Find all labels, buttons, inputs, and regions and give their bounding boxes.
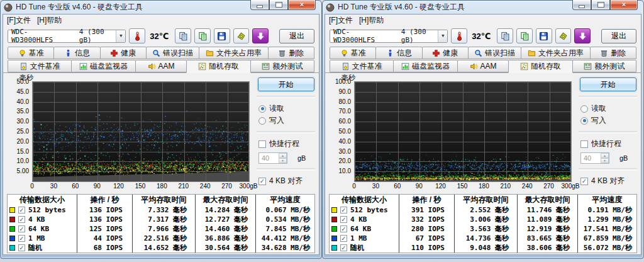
tab-info[interactable]: 信息 <box>375 47 422 59</box>
tab-scan[interactable]: 错误扫描 <box>468 47 521 59</box>
exit-button[interactable]: 退出 <box>601 29 636 43</box>
series-cell: 64 KB <box>8 225 77 233</box>
update-button[interactable] <box>252 28 269 43</box>
copy-image-button[interactable] <box>194 28 211 43</box>
start-button[interactable]: 开始 <box>258 77 314 91</box>
series-checkbox[interactable] <box>18 216 25 223</box>
drive-select[interactable]: WDC-WD3000HLFS 4 (300 gB) ▼ <box>8 30 126 43</box>
short-stroke-checkbox[interactable] <box>580 140 588 148</box>
tab-extra-tests[interactable]: 额外测试 <box>250 60 314 72</box>
scan-icon <box>474 49 482 57</box>
menu-file[interactable]: [F]文件 <box>328 15 358 26</box>
series-checkbox[interactable] <box>18 225 25 232</box>
down-arrow-icon <box>578 31 587 41</box>
tab-health[interactable]: 健康 <box>100 47 147 59</box>
maximize-button[interactable] <box>269 0 288 10</box>
tab-aam[interactable]: AAM <box>457 60 509 72</box>
tab-random-access[interactable]: 随机存取 <box>508 60 572 73</box>
spinner-up-icon[interactable]: ▲ <box>279 153 287 158</box>
series-checkbox[interactable] <box>340 207 347 214</box>
tab-benchmark[interactable]: 基准 <box>330 47 376 59</box>
tab-health[interactable]: 健康 <box>422 47 469 59</box>
y-tick-label: 30.0 <box>4 118 29 125</box>
series-checkbox[interactable] <box>340 225 347 232</box>
write-option[interactable]: 写入 <box>255 115 317 127</box>
series-checkbox[interactable] <box>18 244 25 251</box>
update-button[interactable] <box>574 28 591 43</box>
save-button[interactable] <box>536 28 552 43</box>
read-radio[interactable] <box>580 105 588 113</box>
x-axis-ticks: 0306090120150180210240270300gB <box>354 183 572 191</box>
drive-select[interactable]: WDC-WD3000HLFS 4 (300 gB) ▼ <box>330 30 448 43</box>
align-option[interactable]: 4 KB 对齐 <box>255 175 317 187</box>
results-table-header: 传输数据大小 操作 / 秒 平均存取时间 最大存取时间 平均速度 <box>8 195 314 205</box>
spinner-down-icon[interactable]: ▼ <box>601 158 609 163</box>
write-option[interactable]: 写入 <box>577 115 639 127</box>
copy-image-button[interactable] <box>516 28 533 43</box>
read-option[interactable]: 读取 <box>577 103 639 115</box>
series-checkbox[interactable] <box>340 244 347 251</box>
tab-erase[interactable]: 删除 <box>590 47 636 59</box>
separator <box>579 168 637 171</box>
align-option[interactable]: 4 KB 对齐 <box>577 175 639 187</box>
temperature-button[interactable] <box>451 28 467 43</box>
minimize-button[interactable] <box>572 0 591 10</box>
title-bar[interactable]: HD Tune 专业版 v4.60 - 硬盘专业工具 × <box>3 1 319 14</box>
copy-text-button[interactable] <box>175 28 191 43</box>
write-label: 写入 <box>269 115 284 126</box>
avg-access-cell: 2.552 毫秒 <box>454 205 517 215</box>
tab-file-benchmark[interactable]: 文件基准 <box>330 60 394 72</box>
menu-help[interactable]: [H]帮助 <box>358 15 389 26</box>
short-stroke-checkbox[interactable] <box>258 140 266 148</box>
capture-button[interactable] <box>233 28 250 43</box>
series-checkbox[interactable] <box>340 216 347 223</box>
title-bar[interactable]: HD Tune 专业版 v4.60 - 硬盘专业工具 × <box>325 1 641 14</box>
tab-disk-monitor[interactable]: 磁盘监视器 <box>71 60 135 72</box>
tab-label: 磁盘监视器 <box>90 61 128 72</box>
menu-file[interactable]: [F]文件 <box>6 15 36 26</box>
short-stroke-option[interactable]: 快捷行程 <box>255 138 317 150</box>
tab-info[interactable]: 信息 <box>53 47 100 59</box>
tab-random-access[interactable]: 随机存取 <box>186 60 250 73</box>
write-radio[interactable] <box>258 117 266 125</box>
tab-extra-tests[interactable]: 额外测试 <box>572 60 636 72</box>
tab-benchmark[interactable]: 基准 <box>8 47 54 59</box>
exit-button[interactable]: 退出 <box>279 29 314 43</box>
short-stroke-option[interactable]: 快捷行程 <box>577 138 639 150</box>
spinner-down-icon[interactable]: ▼ <box>279 158 287 163</box>
minimize-button[interactable] <box>250 0 269 10</box>
maximize-button[interactable] <box>591 0 610 10</box>
max-access-cell: 12.727 毫秒 <box>195 215 255 224</box>
series-checkbox[interactable] <box>18 235 25 242</box>
align-checkbox[interactable] <box>258 178 266 185</box>
series-checkbox[interactable] <box>18 207 25 214</box>
tab-scan[interactable]: 错误扫描 <box>146 47 199 59</box>
start-button[interactable]: 开始 <box>580 77 636 91</box>
spinner-up-icon[interactable]: ▲ <box>601 153 609 158</box>
tab-disk-monitor[interactable]: 磁盘监视器 <box>393 60 457 72</box>
spinner-buttons[interactable]: ▲▼ <box>279 153 287 163</box>
tab-file-benchmark[interactable]: 文件基准 <box>8 60 72 72</box>
stroke-size-input[interactable]: 40 ▲▼ <box>580 152 609 164</box>
read-radio[interactable] <box>258 105 266 113</box>
close-button[interactable]: × <box>288 0 316 10</box>
menu-help[interactable]: [H]帮助 <box>36 15 67 26</box>
tab-folder[interactable]: 文件夹占用率 <box>199 47 269 59</box>
tab-aam[interactable]: AAM <box>135 60 187 72</box>
temperature-button[interactable] <box>129 28 145 43</box>
tab-erase[interactable]: 删除 <box>268 47 314 59</box>
chevron-down-icon: ▼ <box>116 30 125 42</box>
copy-text-button[interactable] <box>497 28 513 43</box>
series-checkbox[interactable] <box>340 235 347 242</box>
ops-cell: 136 IOPS <box>77 215 132 224</box>
close-button[interactable]: × <box>610 0 638 10</box>
align-checkbox[interactable] <box>580 178 588 185</box>
spinner-buttons[interactable]: ▲▼ <box>601 153 609 163</box>
capture-button[interactable] <box>555 28 572 43</box>
write-radio[interactable] <box>580 117 588 125</box>
max-access-cell: 12.919 毫秒 <box>517 224 577 234</box>
read-option[interactable]: 读取 <box>255 103 317 115</box>
tab-folder[interactable]: 文件夹占用率 <box>521 47 591 59</box>
save-button[interactable] <box>214 28 230 43</box>
stroke-size-input[interactable]: 40 ▲▼ <box>258 152 287 164</box>
